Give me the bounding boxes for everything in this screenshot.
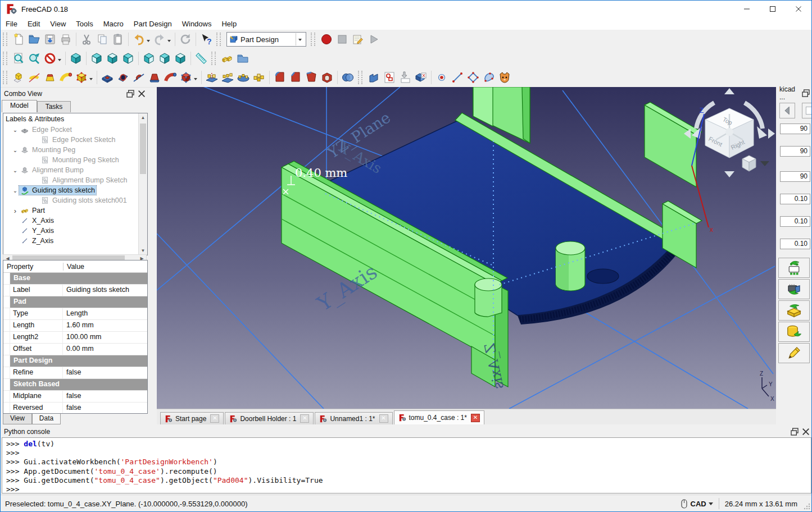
- property-row-length[interactable]: Length1.60 mm: [3, 320, 147, 332]
- property-row-label[interactable]: LabelGuiding slots sketch: [3, 285, 147, 296]
- map-sketch-button[interactable]: [397, 70, 413, 85]
- tree-item-row[interactable]: Edge Pocket Sketch: [39, 135, 117, 144]
- property-value[interactable]: false: [63, 403, 147, 414]
- boolean-button[interactable]: [340, 70, 356, 85]
- tree-item-mounting-peg[interactable]: ⌄Mounting Peg: [3, 145, 147, 155]
- kicad-value-field-1[interactable]: 90: [780, 146, 810, 157]
- macro-stop-button[interactable]: [334, 31, 350, 47]
- kicad-value-field-5[interactable]: 0.10: [780, 239, 810, 249]
- property-value[interactable]: false: [63, 391, 147, 402]
- tree-vertical-scrollbar[interactable]: ▲ ▼: [138, 113, 147, 255]
- blank-button[interactable]: [802, 103, 812, 118]
- close-button[interactable]: [786, 1, 811, 17]
- create-body-button[interactable]: [366, 70, 382, 85]
- scroll-down-icon[interactable]: ▼: [139, 246, 147, 255]
- property-row-length2[interactable]: Length2100.00 mm: [3, 332, 147, 344]
- create-group-button[interactable]: [235, 51, 251, 66]
- fit-selection-button[interactable]: [26, 51, 42, 66]
- undo-dropdown-caret[interactable]: [147, 40, 150, 44]
- property-row-refine[interactable]: Refinefalse: [3, 367, 147, 379]
- tree-item-y-axis[interactable]: Y_Axis: [3, 226, 147, 236]
- tree-item-part[interactable]: ›Part: [3, 205, 147, 216]
- tree-item-guiding-slots-sketch001[interactable]: Guiding slots sketch001: [3, 195, 147, 205]
- open-folder-button[interactable]: [26, 31, 42, 47]
- additive-primitives-dropdown-caret[interactable]: [89, 78, 93, 82]
- subtractive-primitives-dropdown-caret[interactable]: [194, 78, 197, 82]
- create-sketch-button[interactable]: [382, 70, 397, 85]
- close-tab-icon[interactable]: ✕: [210, 414, 219, 423]
- tree-item-alignment-bump[interactable]: ⌄Alignment Bump: [3, 165, 147, 175]
- toolbar-grip[interactable]: [211, 52, 216, 65]
- tree-item-row[interactable]: Z_Axis: [19, 236, 55, 245]
- scrollbar-thumb[interactable]: [140, 124, 146, 174]
- nav-style-caret-icon[interactable]: [709, 502, 713, 508]
- create-polyline-button[interactable]: [481, 70, 497, 85]
- create-point-button[interactable]: [434, 70, 450, 85]
- tree-item-row[interactable]: Alignment Bump: [19, 166, 85, 175]
- hole-button[interactable]: [115, 70, 131, 85]
- tree-item-mounting-peg-sketch[interactable]: Mounting Peg Sketch: [3, 155, 147, 165]
- tree-item-row[interactable]: X_Axis: [19, 216, 55, 225]
- property-value[interactable]: Guiding slots sketch: [63, 285, 147, 296]
- workbench-selector[interactable]: Part Design: [226, 32, 306, 47]
- additive-loft-button[interactable]: [42, 70, 58, 85]
- property-row-midplane[interactable]: Midplanefalse: [3, 391, 147, 403]
- view-left-button[interactable]: [173, 51, 188, 66]
- tree-item-edge-pocket[interactable]: ⌄Edge Pocket: [3, 125, 147, 135]
- kicad-value-field-4[interactable]: 0.10: [780, 216, 810, 227]
- 3d-viewport[interactable]: 0.40 mm YZ_Plane X_Axis Y_Axis Z_Axis Z …: [157, 87, 776, 409]
- polar-pattern-button[interactable]: [235, 70, 251, 85]
- pocket-button[interactable]: [99, 70, 115, 85]
- subtractive-loft-button[interactable]: [147, 70, 162, 85]
- close-tab-icon[interactable]: ✕: [379, 414, 388, 423]
- view-front-button[interactable]: [89, 51, 105, 66]
- menu-item-windows[interactable]: Windows: [177, 19, 217, 29]
- linear-pattern-button[interactable]: [220, 70, 235, 85]
- view-bottom-button[interactable]: [157, 51, 173, 66]
- tree-item-row[interactable]: Mounting Peg: [19, 145, 76, 154]
- box-export-button[interactable]: [778, 300, 810, 321]
- menu-item-edit[interactable]: Edit: [22, 19, 45, 29]
- tab-model[interactable]: Model: [2, 100, 37, 112]
- property-row-type[interactable]: TypeLength: [3, 308, 147, 320]
- view-rear-button[interactable]: [141, 51, 157, 66]
- subtractive-pipe-button[interactable]: [162, 70, 178, 85]
- chevron-right-icon[interactable]: ›: [11, 207, 19, 215]
- refresh-button[interactable]: [178, 31, 193, 47]
- print-button[interactable]: [58, 31, 74, 47]
- cut-button[interactable]: [79, 31, 94, 47]
- scroll-up-icon[interactable]: ▲: [139, 113, 147, 122]
- validate-sketch-button[interactable]: [413, 70, 429, 85]
- property-value[interactable]: Length: [63, 308, 147, 319]
- kicad-value-field-3[interactable]: 0.10: [780, 194, 810, 204]
- mirrored-button[interactable]: [204, 70, 220, 85]
- toolbar-grip[interactable]: [3, 33, 7, 46]
- draw-style-button[interactable]: [42, 51, 58, 66]
- python-console[interactable]: >>> del(tv)>>>>>> Gui.activateWorkbench(…: [2, 437, 811, 493]
- chevron-down-icon[interactable]: ⌄: [11, 147, 19, 153]
- tree-item-z-axis[interactable]: Z_Axis: [3, 236, 147, 246]
- create-line-button[interactable]: [450, 70, 465, 85]
- macro-play-button[interactable]: [366, 31, 382, 47]
- view-right-button[interactable]: [120, 51, 136, 66]
- paste-button[interactable]: [110, 31, 126, 47]
- toolbar-grip[interactable]: [3, 71, 7, 84]
- chamfer-button[interactable]: [288, 70, 303, 85]
- kicad-value-field-2[interactable]: 90: [780, 171, 810, 182]
- close-tab-icon[interactable]: ✕: [471, 414, 480, 422]
- chevron-down-icon[interactable]: ⌄: [11, 127, 19, 133]
- tree-item-row[interactable]: Y_Axis: [19, 226, 55, 235]
- thickness-button[interactable]: [319, 70, 335, 85]
- new-document-button[interactable]: [11, 31, 26, 47]
- toolbar-grip[interactable]: [216, 33, 221, 46]
- toolbar-grip[interactable]: [311, 33, 315, 46]
- close-panel-icon[interactable]: [801, 428, 810, 436]
- tree-item-edge-pocket-sketch[interactable]: Edge Pocket Sketch: [3, 135, 147, 145]
- minimize-button[interactable]: [734, 1, 760, 17]
- tab-data[interactable]: Data: [32, 414, 61, 424]
- chevron-down-icon[interactable]: ⌄: [11, 167, 19, 173]
- additive-pipe-button[interactable]: [58, 70, 74, 85]
- tab-view[interactable]: View: [3, 414, 32, 424]
- redo-dropdown-caret[interactable]: [167, 40, 171, 44]
- macro-record-button[interactable]: [319, 31, 334, 47]
